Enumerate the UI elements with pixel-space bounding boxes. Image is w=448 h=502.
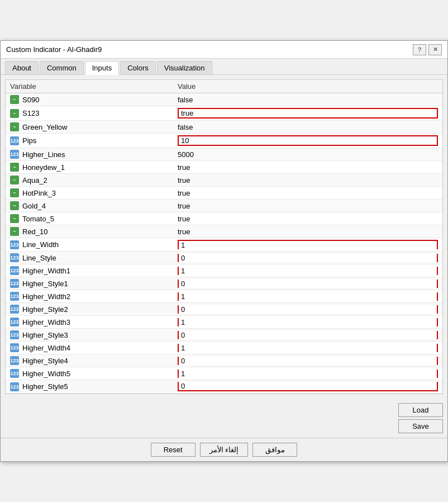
variable-name: Pips xyxy=(22,136,36,145)
variable-name: Higher_Width1 xyxy=(22,267,70,275)
num-icon: 123 xyxy=(10,150,19,159)
load-button[interactable]: Load xyxy=(398,403,443,417)
variable-cell: 123Higher_Style3 xyxy=(6,329,173,342)
value-cell: true xyxy=(173,106,442,121)
num-icon: 123 xyxy=(10,382,19,391)
group-value-middle: 1 xyxy=(178,267,438,275)
num-icon: 123 xyxy=(10,266,19,275)
value-cell: 1 xyxy=(173,290,442,303)
table-row: 123Higher_Width41 xyxy=(6,342,442,354)
value-cell: 1 xyxy=(173,238,442,252)
table-row: 123Line_Width1 xyxy=(6,238,442,252)
variable-cell: 123Higher_Width5 xyxy=(6,367,173,380)
col-value: Value xyxy=(173,80,442,93)
variable-name: Higher_Width5 xyxy=(22,370,70,378)
table-row: 123Line_Style0 xyxy=(6,252,442,264)
table-row: 123Higher_Width31 xyxy=(6,316,442,329)
group-value-middle: 1 xyxy=(178,344,438,352)
variable-name: Higher_Width3 xyxy=(22,318,70,326)
group-value-middle: 1 xyxy=(178,370,438,378)
value-cell: false xyxy=(173,121,442,134)
ok-button[interactable]: موافق xyxy=(252,443,297,457)
variable-name: Line_Style xyxy=(22,254,56,262)
value-cell: true xyxy=(173,174,442,187)
value-cell: 0 xyxy=(173,252,442,264)
value-cell: 0 xyxy=(173,277,442,290)
bool-icon: ~ xyxy=(10,176,19,184)
tab-inputs[interactable]: Inputs xyxy=(85,61,119,75)
bool-icon: ~ xyxy=(10,214,19,223)
help-button[interactable]: ? xyxy=(413,44,426,55)
value-cell: false xyxy=(173,93,442,106)
variable-cell: 123Pips xyxy=(6,134,173,148)
value-cell: 1 xyxy=(173,316,442,329)
value-cell: 0 xyxy=(173,354,442,367)
tab-about[interactable]: About xyxy=(5,61,39,74)
table-row: 123Pips10 xyxy=(6,134,442,148)
table-row: 123Higher_Style50 xyxy=(6,380,442,394)
table-row: ~Honeydew_1true xyxy=(6,161,442,174)
content-area: Variable Value ~S090false~S123true~Green… xyxy=(1,75,447,399)
tab-colors[interactable]: Colors xyxy=(120,61,156,74)
variable-cell: ~Red_10 xyxy=(6,225,173,238)
variable-cell: 123Higher_Style4 xyxy=(6,354,173,367)
variable-name: Higher_Style1 xyxy=(22,280,68,288)
window: Custom Indicator - Al-Ghadir9 ? ✕ About … xyxy=(0,40,448,462)
value-cell: 0 xyxy=(173,303,442,316)
value-cell: 5000 xyxy=(173,148,442,161)
group-value-middle: 0 xyxy=(178,331,438,339)
value-cell: 0 xyxy=(173,380,442,394)
group-value-start: 1 xyxy=(178,240,438,249)
value-cell: 10 xyxy=(173,134,442,148)
num-icon: 123 xyxy=(10,330,19,339)
save-button[interactable]: Save xyxy=(398,419,443,433)
variable-cell: ~Tomato_5 xyxy=(6,212,173,225)
variable-cell: 123Higher_Width2 xyxy=(6,290,173,303)
variable-cell: 123Line_Style xyxy=(6,252,173,264)
num-icon: 123 xyxy=(10,279,19,288)
group-value-middle: 0 xyxy=(178,305,438,314)
cancel-button[interactable]: إلغاء الأمر xyxy=(200,443,249,457)
value-cell: 1 xyxy=(173,367,442,380)
table-row: 123Higher_Width51 xyxy=(6,367,442,380)
table-row: ~Gold_4true xyxy=(6,200,442,212)
group-value-middle: 1 xyxy=(178,318,438,326)
tab-visualization[interactable]: Visualization xyxy=(157,61,212,74)
value-cell: true xyxy=(173,200,442,212)
highlighted-value: true xyxy=(178,108,438,119)
table-row: 123Higher_Lines5000 xyxy=(6,148,442,161)
variable-cell: ~Aqua_2 xyxy=(6,174,173,187)
variable-name: Higher_Width4 xyxy=(22,344,70,352)
variable-name: Red_10 xyxy=(22,228,48,236)
num-icon: 123 xyxy=(10,305,19,314)
num-icon: 123 xyxy=(10,292,19,301)
inputs-table: Variable Value ~S090false~S123true~Green… xyxy=(6,80,442,394)
variable-name: S123 xyxy=(22,109,39,117)
num-icon: 123 xyxy=(10,356,19,365)
value-cell: true xyxy=(173,225,442,238)
table-row: ~Aqua_2true xyxy=(6,174,442,187)
variable-name: Higher_Style5 xyxy=(22,382,68,391)
table-row: 123Higher_Width21 xyxy=(6,290,442,303)
title-bar: Custom Indicator - Al-Ghadir9 ? ✕ xyxy=(1,41,447,59)
num-icon: 123 xyxy=(10,240,19,249)
reset-button[interactable]: Reset xyxy=(151,443,196,457)
variable-cell: ~HotPink_3 xyxy=(6,187,173,200)
variable-cell: ~S090 xyxy=(6,93,173,106)
bottom-area: Load Save xyxy=(1,399,447,438)
variable-cell: 123Higher_Width1 xyxy=(6,264,173,277)
variable-name: Higher_Style2 xyxy=(22,305,68,314)
tab-common[interactable]: Common xyxy=(40,61,84,74)
bool-icon: ~ xyxy=(10,227,19,236)
table-row: ~S090false xyxy=(6,93,442,106)
close-button[interactable]: ✕ xyxy=(428,44,442,55)
table-row: 123Higher_Style30 xyxy=(6,329,442,342)
variable-cell: 123Higher_Lines xyxy=(6,148,173,161)
variable-cell: 123Higher_Width3 xyxy=(6,316,173,329)
variable-cell: 123Higher_Style5 xyxy=(6,380,173,394)
variable-cell: 123Higher_Width4 xyxy=(6,342,173,354)
table-row: ~Tomato_5true xyxy=(6,212,442,225)
variable-cell: ~Gold_4 xyxy=(6,200,173,212)
group-value-end: 0 xyxy=(178,382,438,391)
variable-name: Honeydew_1 xyxy=(22,163,65,172)
